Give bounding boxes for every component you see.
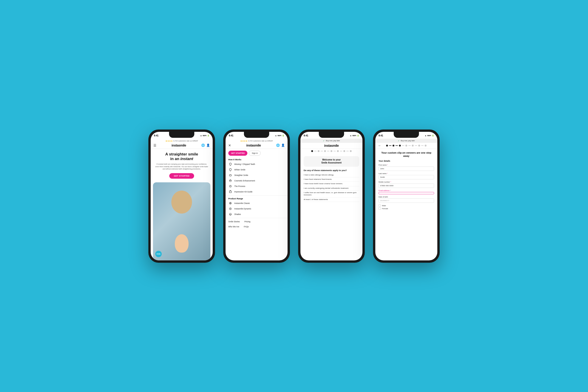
rating-text-2: 3,724 customers rate us GREAT bbox=[248, 140, 273, 142]
phone3-screen: ✓ Buy now, pay later instasmile bbox=[300, 139, 362, 260]
label-dob: Date of birth bbox=[378, 196, 434, 198]
status-icons-1: ▲ WiFi 🔋 bbox=[200, 134, 210, 137]
get-started-button-1[interactable]: GET STARTED bbox=[169, 173, 194, 179]
phone4-top-bar: ✓ Buy now, pay later bbox=[375, 139, 437, 143]
check-icon-3: ✓ bbox=[323, 140, 325, 142]
menu-item-cosmetic[interactable]: Cosmetic Enhancement bbox=[226, 178, 288, 184]
line4-4 bbox=[408, 145, 411, 146]
time-2: 9:41 bbox=[229, 134, 233, 137]
globe-icon-2[interactable]: 🌐 bbox=[276, 144, 280, 147]
statement-5: I suffer from an oral health issue, i.e.… bbox=[304, 190, 359, 198]
notch-4 bbox=[394, 132, 419, 138]
dot4-4 bbox=[406, 145, 407, 146]
input-mobile[interactable]: 07800 000 0000 bbox=[378, 184, 434, 188]
dot4-6 bbox=[418, 145, 420, 146]
input-dob[interactable]: DD/MM/YY bbox=[378, 198, 434, 203]
check-icon-4: ✓ bbox=[398, 140, 400, 142]
dot4-2 bbox=[392, 145, 394, 146]
menu-faqs[interactable]: FAQs bbox=[244, 226, 249, 228]
menu-item-whiter[interactable]: Whiter Smile bbox=[226, 167, 288, 172]
form-section-title: Your details bbox=[378, 160, 434, 162]
status-icons-3: ▲ WiFi 🔋 bbox=[350, 134, 359, 137]
status-icons-2: ▲ WiFi 🔋 bbox=[275, 134, 284, 137]
line4-3 bbox=[402, 145, 404, 146]
phone4-screen: ✓ Buy now, pay later ← bbox=[375, 139, 437, 260]
dot4-1 bbox=[386, 145, 388, 146]
progress-dots-4 bbox=[386, 145, 426, 146]
kit-icon bbox=[228, 190, 232, 193]
menu-label-cosmetic: Cosmetic Enhancement bbox=[234, 180, 255, 182]
label-female: Female bbox=[382, 208, 388, 210]
top-bar-text-3: Buy now, pay later bbox=[326, 140, 340, 142]
time-3: 9:41 bbox=[304, 134, 308, 137]
menu-divider bbox=[226, 196, 288, 196]
phone2-screen: ★★★★ 3,724 customers rate us GREAT ✕ ins… bbox=[226, 139, 288, 260]
phone1-rating: ★★★★ 3,724 customers rate us GREAT bbox=[151, 139, 213, 143]
dot4-7 bbox=[425, 145, 426, 146]
account-icon[interactable]: 👤 bbox=[206, 144, 210, 147]
phone3-nav: instasmile bbox=[300, 143, 362, 149]
line4-6 bbox=[421, 145, 424, 146]
phone4-content: Your custom clip-on veneers are one step… bbox=[375, 149, 437, 260]
phone-4: 9:41 ▲ WiFi 🔋 ✓ Buy now, pay later ← bbox=[373, 130, 440, 263]
account-icon-2[interactable]: 👤 bbox=[281, 144, 285, 147]
menu-item-missing[interactable]: Missing / Chipped Teeth bbox=[226, 162, 288, 167]
dot-1 bbox=[311, 150, 313, 152]
svg-point-6 bbox=[230, 202, 232, 204]
phone-3: 9:41 ▲ WiFi 🔋 ✓ Buy now, pay later insta… bbox=[298, 130, 365, 263]
input-lastname[interactable]: Smith bbox=[378, 175, 434, 179]
get-started-button-2[interactable]: GET STARTED bbox=[228, 151, 247, 156]
gender-male-row: Male bbox=[378, 204, 434, 207]
nav-icons-1: 🌐 👤 bbox=[201, 144, 210, 147]
time-1: 9:41 bbox=[154, 134, 158, 137]
top-bar-text-4: Buy now, pay later bbox=[401, 140, 415, 142]
label-male: Male bbox=[382, 204, 386, 207]
menu-item-straighter[interactable]: Straighter Smile bbox=[226, 172, 288, 178]
input-email[interactable] bbox=[378, 192, 434, 194]
close-icon[interactable]: ✕ bbox=[228, 144, 231, 147]
checkbox-male[interactable] bbox=[378, 204, 381, 207]
line4-5 bbox=[415, 145, 417, 146]
dot4-3 bbox=[399, 145, 401, 146]
menu-item-classic[interactable]: Instasmile Classic bbox=[226, 200, 288, 206]
progress-bar-3 bbox=[300, 149, 362, 154]
menu-open: ✕ bbox=[228, 144, 231, 147]
menu-item-shades[interactable]: Shades bbox=[226, 212, 288, 217]
checkbox-female[interactable] bbox=[378, 207, 381, 210]
menu-label-whiter: Whiter Smile bbox=[234, 168, 245, 171]
menu-label-missing: Missing / Chipped Teeth bbox=[234, 163, 255, 165]
input-firstname[interactable]: John bbox=[378, 166, 434, 171]
label-firstname: First name * bbox=[378, 164, 434, 166]
progress-dots-3 bbox=[311, 150, 352, 152]
phone3-logo: instasmile bbox=[324, 144, 338, 148]
menu-who-we-are[interactable]: Who We Are bbox=[228, 226, 239, 228]
field-lastname: Last name * Smith bbox=[378, 172, 434, 179]
hamburger-icon[interactable]: ☰ bbox=[154, 144, 156, 147]
menu-item-dynamic[interactable]: Instasmile Dynamic bbox=[226, 206, 288, 212]
status-icons-4: ▲ WiFi 🔋 bbox=[425, 134, 434, 137]
menu-item-process[interactable]: The Process bbox=[226, 184, 288, 189]
cosmetic-icon bbox=[228, 179, 232, 182]
menu-bottom-links: Smile Stories Pricing bbox=[226, 219, 288, 224]
sign-in-button[interactable]: Sign in bbox=[249, 151, 261, 156]
statement-1: I have a latex allergy/ silicone allergy… bbox=[304, 173, 359, 177]
menu-item-kit[interactable]: Impression Kit Guide bbox=[226, 189, 288, 194]
line-2 bbox=[321, 151, 323, 151]
menu-smile-stories[interactable]: Smile Stories bbox=[228, 220, 240, 223]
statement-2: I have fixed retainers/ fixed braces. bbox=[304, 177, 359, 182]
line4-1 bbox=[389, 145, 392, 146]
back-arrow-icon[interactable]: ← bbox=[378, 144, 381, 148]
dot-6 bbox=[344, 150, 345, 152]
line-6 bbox=[346, 151, 349, 151]
phone2-nav: ✕ instasmile 🌐 👤 bbox=[226, 143, 288, 149]
menu-divider-2 bbox=[226, 218, 288, 218]
globe-icon[interactable]: 🌐 bbox=[201, 144, 205, 147]
dynamic-icon bbox=[228, 207, 232, 210]
menu-pricing[interactable]: Pricing bbox=[244, 220, 250, 223]
phone1-image: insta bbox=[153, 182, 210, 260]
phone1-screen: ★★★★ 3,724 customers rate us GREAT ☰ ins… bbox=[151, 139, 213, 260]
hero-title: A straighter smile in an instant bbox=[154, 152, 209, 162]
gender-female-row: Female bbox=[378, 207, 434, 210]
welcome-subtitle: Smile Assessment bbox=[306, 162, 356, 164]
whiter-icon bbox=[228, 168, 232, 171]
